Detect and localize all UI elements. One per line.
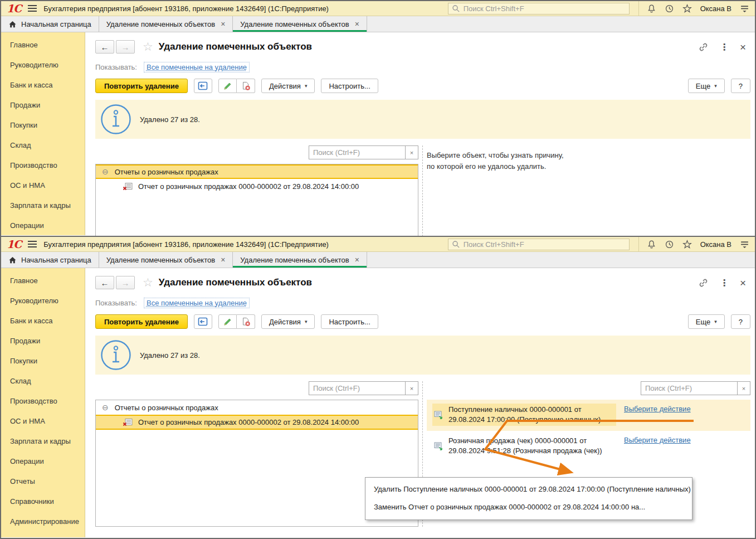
edit-button[interactable] bbox=[218, 79, 237, 93]
collapse-icon[interactable]: ⊖ bbox=[102, 404, 109, 411]
more-button[interactable]: Еще ▾ bbox=[688, 79, 725, 93]
favorite-star-icon[interactable]: ☆ bbox=[143, 40, 153, 54]
reason-row-selected[interactable]: Поступление наличных 0000-000001 от 29.0… bbox=[427, 400, 750, 431]
sidebar-item-sklad[interactable]: Склад bbox=[1, 371, 85, 391]
history-icon[interactable] bbox=[665, 240, 674, 249]
help-button[interactable]: ? bbox=[731, 79, 750, 93]
tab-deletion-1[interactable]: Удаление помеченных объектов × bbox=[99, 16, 233, 32]
filter-link[interactable]: Все помеченные на удаление bbox=[144, 62, 250, 72]
sidebar-item-spravochniki[interactable]: Справочники bbox=[1, 492, 85, 512]
tab-deletion-2-active[interactable]: Удаление помеченных объектов × bbox=[233, 252, 367, 268]
sidebar-item-glavnoe[interactable]: Главное bbox=[1, 271, 85, 291]
sidebar-item-os-nma[interactable]: ОС и НМА bbox=[1, 176, 85, 196]
caret-down-icon: ▾ bbox=[714, 83, 717, 89]
help-button[interactable]: ? bbox=[731, 314, 750, 329]
failed-object-row[interactable]: Отчет о розничных продажах 0000-000002 о… bbox=[96, 179, 418, 194]
menu-item-replace[interactable]: Заменить Отчет о розничных продажах 0000… bbox=[374, 503, 684, 511]
list-search-input[interactable] bbox=[309, 381, 406, 395]
tab-home[interactable]: Начальная страница bbox=[1, 16, 99, 32]
delete-mark-button[interactable] bbox=[237, 314, 255, 329]
cancel-mark-button[interactable] bbox=[194, 314, 212, 329]
sidebar-item-proizvodstvo[interactable]: Производство bbox=[1, 156, 85, 176]
favorite-star-icon[interactable]: ☆ bbox=[143, 276, 153, 289]
cancel-mark-button[interactable] bbox=[194, 79, 212, 93]
sidebar-item-pokupki[interactable]: Покупки bbox=[1, 115, 85, 135]
tab-close-icon[interactable]: × bbox=[221, 20, 225, 28]
sidebar-item-bank-kassa[interactable]: Банк и касса bbox=[1, 311, 85, 331]
choose-action-link[interactable]: Выберите действие bbox=[624, 405, 691, 413]
user-name[interactable]: Оксана В bbox=[700, 240, 731, 249]
section-sidebar: Главное Руководителю Банк и касса Продаж… bbox=[1, 32, 85, 235]
configure-button[interactable]: Настроить... bbox=[321, 314, 378, 329]
user-name[interactable]: Оксана В bbox=[700, 4, 731, 13]
menu-item-delete[interactable]: Удалить Поступление наличных 0000-000001… bbox=[374, 485, 684, 493]
main-menu-icon[interactable] bbox=[28, 241, 37, 247]
global-search-input[interactable] bbox=[464, 4, 626, 13]
tab-deletion-2-active[interactable]: Удаление помеченных объектов × bbox=[233, 16, 367, 32]
back-button[interactable]: ← bbox=[95, 40, 114, 54]
tab-close-icon[interactable]: × bbox=[355, 20, 359, 28]
more-button[interactable]: Еще ▾ bbox=[688, 314, 725, 329]
close-form-icon[interactable]: × bbox=[740, 278, 746, 288]
notifications-icon[interactable] bbox=[647, 4, 656, 13]
actions-button[interactable]: Действия ▾ bbox=[261, 314, 315, 329]
global-search-input[interactable] bbox=[464, 240, 626, 249]
search-clear-icon[interactable]: × bbox=[405, 381, 418, 395]
sidebar-item-zarplata[interactable]: Зарплата и кадры bbox=[1, 431, 85, 451]
close-form-icon[interactable]: × bbox=[740, 42, 746, 52]
delete-mark-button[interactable] bbox=[237, 79, 255, 93]
sidebar-item-prodazhi[interactable]: Продажи bbox=[1, 95, 85, 115]
service-menu-icon[interactable] bbox=[740, 240, 749, 249]
more-menu-icon[interactable]: ⋮ bbox=[720, 42, 729, 52]
search-clear-icon[interactable]: × bbox=[737, 381, 750, 395]
forward-button[interactable]: → bbox=[116, 40, 135, 54]
favorites-icon[interactable] bbox=[682, 4, 692, 13]
sidebar-item-otchety[interactable]: Отчеты bbox=[1, 472, 85, 492]
history-icon[interactable] bbox=[665, 4, 674, 13]
tab-home[interactable]: Начальная страница bbox=[1, 252, 99, 268]
sidebar-item-zarplata[interactable]: Зарплата и кадры bbox=[1, 196, 85, 216]
sidebar-item-prodazhi[interactable]: Продажи bbox=[1, 331, 85, 351]
repeat-delete-button[interactable]: Повторить удаление bbox=[95, 314, 188, 329]
sidebar-item-glavnoe[interactable]: Главное bbox=[1, 35, 85, 55]
main-menu-icon[interactable] bbox=[28, 5, 37, 12]
configure-button[interactable]: Настроить... bbox=[321, 79, 378, 93]
sidebar-item-operacii[interactable]: Операции bbox=[1, 451, 85, 472]
sidebar-item-rukovoditelyu[interactable]: Руководителю bbox=[1, 291, 85, 311]
global-search[interactable] bbox=[448, 3, 630, 14]
get-link-icon[interactable] bbox=[698, 42, 709, 52]
sidebar-item-administrirovanie[interactable]: Администрирование bbox=[1, 512, 85, 532]
sidebar-item-pokupki[interactable]: Покупки bbox=[1, 351, 85, 371]
collapse-icon[interactable]: ⊖ bbox=[102, 168, 109, 176]
forward-button[interactable]: → bbox=[116, 276, 135, 289]
group-row[interactable]: ⊖ Отчеты о розничных продажах bbox=[96, 400, 418, 415]
sidebar-item-os-nma[interactable]: ОС и НМА bbox=[1, 411, 85, 431]
sidebar-item-proizvodstvo[interactable]: Производство bbox=[1, 391, 85, 411]
filter-link[interactable]: Все помеченные на удаление bbox=[144, 298, 250, 308]
sidebar-item-sklad[interactable]: Склад bbox=[1, 135, 85, 156]
failed-object-row-selected[interactable]: Отчет о розничных продажах 0000-000002 о… bbox=[96, 415, 418, 430]
sidebar-item-operacii[interactable]: Операции bbox=[1, 216, 85, 236]
edit-button[interactable] bbox=[218, 314, 237, 329]
choose-action-link[interactable]: Выберите действие bbox=[624, 436, 691, 444]
tab-deletion-1[interactable]: Удаление помеченных объектов × bbox=[99, 252, 233, 268]
tab-close-icon[interactable]: × bbox=[355, 255, 359, 264]
reason-row[interactable]: Розничная продажа (чек) 0000-000001 от 2… bbox=[427, 431, 750, 462]
tab-close-icon[interactable]: × bbox=[221, 255, 225, 264]
list-search-input[interactable] bbox=[309, 145, 406, 159]
notifications-icon[interactable] bbox=[647, 240, 656, 249]
service-menu-icon[interactable] bbox=[740, 4, 749, 13]
reason-search-input[interactable] bbox=[641, 381, 738, 395]
back-button[interactable]: ← bbox=[95, 276, 114, 289]
global-search[interactable] bbox=[448, 239, 630, 250]
more-menu-icon[interactable]: ⋮ bbox=[720, 278, 729, 288]
sidebar-item-bank-kassa[interactable]: Банк и касса bbox=[1, 75, 85, 95]
search-clear-icon[interactable]: × bbox=[405, 145, 418, 159]
actions-button[interactable]: Действия ▾ bbox=[261, 79, 315, 93]
pane-splitter[interactable] bbox=[418, 145, 427, 236]
favorites-icon[interactable] bbox=[682, 240, 692, 249]
get-link-icon[interactable] bbox=[698, 278, 709, 288]
repeat-delete-button[interactable]: Повторить удаление bbox=[95, 79, 188, 93]
group-row[interactable]: ⊖ Отчеты о розничных продажах bbox=[96, 164, 418, 179]
sidebar-item-rukovoditelyu[interactable]: Руководителю bbox=[1, 55, 85, 75]
